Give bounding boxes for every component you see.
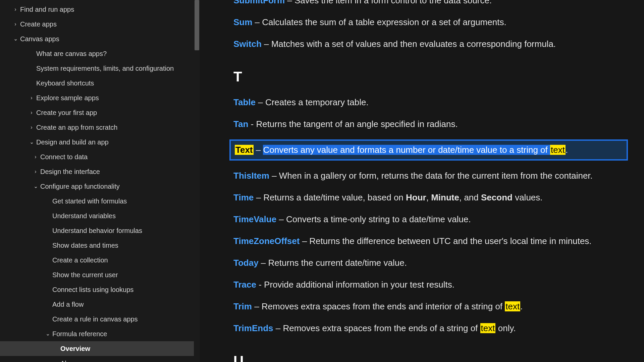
tail: . [520,301,523,311]
sidebar-item-label: Create a rule in canvas apps [52,314,138,324]
chevron-right-icon: › [28,123,35,131]
sidebar-item-canvas-apps[interactable]: ⌄Canvas apps [0,32,200,46]
highlight-text: text [550,145,566,155]
fn-link-table[interactable]: Table [233,97,256,107]
fn-desc: – When in a gallery or form, returns the… [269,171,593,181]
chevron-right-icon: › [12,20,19,28]
sidebar-item-label: Connect lists using lookups [52,285,133,295]
sidebar-item-label: Show the current user [52,270,118,280]
sidebar-item-label: Keyboard shortcuts [36,78,94,88]
sidebar-item-abs[interactable]: Abs [0,356,200,362]
fn-entry-text-selected: Text – Converts any value and formats a … [229,139,628,161]
sidebar-item-configure-app-functionality[interactable]: ⌄Configure app functionality [0,179,200,194]
sidebar-item-overview[interactable]: Overview [0,341,200,356]
tail: values. [513,192,543,202]
fn-desc: – Calculates the sum of a table expressi… [252,17,506,27]
chevron-right-icon: › [32,168,39,176]
sep: – [254,145,263,155]
sidebar-item-what-are-canvas-apps[interactable]: What are canvas apps? [0,46,200,61]
sidebar-item-label: Canvas apps [20,34,59,44]
sidebar-item-label: Add a flow [52,299,84,309]
fn-desc: – Removes extra spaces from the ends of … [273,323,480,333]
sidebar-item-show-the-current-user[interactable]: Show the current user [0,267,200,282]
sidebar-item-system-requirements-limits-and-configuration[interactable]: System requirements, limits, and configu… [0,61,200,76]
bold-second: Second [481,192,513,202]
fn-desc: - Returns the tangent of an angle specif… [248,119,458,129]
fn-link-switch[interactable]: Switch [233,39,262,49]
sidebar-item-formula-reference[interactable]: ⌄Formula reference [0,326,200,341]
sidebar-item-label: System requirements, limits, and configu… [36,63,174,73]
fn-desc: – Converts a time-only string to a date/… [276,214,471,224]
sidebar-item-keyboard-shortcuts[interactable]: Keyboard shortcuts [0,76,200,90]
doc-content: SubmitForm – Saves the item in a form co… [200,0,644,362]
sidebar-item-label: Understand variables [52,211,116,221]
tail: . [566,145,568,155]
sidebar-item-explore-sample-apps[interactable]: ›Explore sample apps [0,90,200,105]
sidebar-item-show-dates-and-times[interactable]: Show dates and times [0,238,200,253]
sidebar-item-label: Connect to data [40,152,88,162]
sidebar-item-create-your-first-app[interactable]: ›Create your first app [0,105,200,120]
chevron-down-icon: ⌄ [32,182,39,190]
fn-entry: Table – Creates a temporary table. [233,96,624,109]
fn-link-today[interactable]: Today [233,258,259,268]
sidebar-item-create-an-app-from-scratch[interactable]: ›Create an app from scratch [0,120,200,135]
chevron-right-icon: › [28,94,35,102]
fn-desc: – Creates a temporary table. [256,97,369,107]
fn-link-submitform[interactable]: SubmitForm [233,0,285,5]
tail: only. [495,323,516,333]
sidebar-item-create-apps[interactable]: ›Create apps [0,17,200,32]
sidebar-item-label: Create an app from scratch [36,122,117,132]
chevron-right-icon: › [32,153,39,161]
fn-desc: – Returns the current date/time value. [259,258,407,268]
fn-link-thisitem[interactable]: ThisItem [233,171,269,181]
fn-entry: ThisItem – When in a gallery or form, re… [233,169,624,182]
sidebar-item-connect-lists-using-lookups[interactable]: Connect lists using lookups [0,282,200,297]
fn-link-timevalue[interactable]: TimeValue [233,214,276,224]
sidebar-item-get-started-with-formulas[interactable]: Get started with formulas [0,194,200,208]
fn-link-trim[interactable]: Trim [233,301,252,311]
sidebar-item-understand-behavior-formulas[interactable]: Understand behavior formulas [0,223,200,238]
selected-text: Converts any value and formats a number … [263,145,550,155]
sidebar-item-label: Abs [60,358,72,362]
sidebar-item-add-a-flow[interactable]: Add a flow [0,297,200,312]
scrollbar-thumb[interactable] [195,0,199,50]
sidebar-item-label: Formula reference [52,329,107,339]
sidebar-item-create-a-rule-in-canvas-apps[interactable]: Create a rule in canvas apps [0,312,200,326]
fn-link-trace[interactable]: Trace [233,280,256,290]
chevron-down-icon: ⌄ [12,35,19,43]
fn-desc: – Removes extra spaces from the ends and… [252,301,505,311]
comma: , [426,192,431,202]
sidebar-item-find-and-run-apps[interactable]: ›Find and run apps [0,2,200,17]
fn-entry: TimeZoneOffset – Returns the difference … [233,235,624,248]
chevron-down-icon: ⌄ [28,138,35,146]
fn-entry: TimeValue – Converts a time-only string … [233,213,624,226]
sidebar-item-label: Explore sample apps [36,93,99,103]
sidebar-item-design-and-build-an-app[interactable]: ⌄Design and build an app [0,135,200,149]
sidebar-item-label: Create a collection [52,255,108,265]
sidebar-item-label: Understand behavior formulas [52,226,142,236]
fn-link-tan[interactable]: Tan [233,119,248,129]
sidebar-item-label: Design the interface [40,167,100,177]
sidebar-item-label: What are canvas apps? [36,49,107,59]
fn-entry: Sum – Calculates the sum of a table expr… [233,16,624,29]
nav-sidebar: ›Find and run apps›Create apps⌄Canvas ap… [0,0,200,362]
fn-desc: – Saves the item in a form control to th… [285,0,492,5]
sidebar-item-label: Configure app functionality [40,181,120,191]
scrollbar-track [194,0,200,362]
sidebar-item-label: Create apps [20,19,57,29]
fn-link-trimends[interactable]: TrimEnds [233,323,273,333]
sidebar-item-design-the-interface[interactable]: ›Design the interface [0,164,200,179]
fn-entry: Switch – Matches with a set of values an… [233,38,624,51]
fn-link-timezoneoffset[interactable]: TimeZoneOffset [233,236,300,246]
fn-desc: – Returns a date/time value, based on [254,192,406,202]
fn-entry-trim: Trim – Removes extra spaces from the end… [233,300,624,313]
sidebar-item-understand-variables[interactable]: Understand variables [0,208,200,223]
sidebar-item-create-a-collection[interactable]: Create a collection [0,253,200,267]
fn-entry-time: Time – Returns a date/time value, based … [233,191,624,204]
fn-link-text[interactable]: Text [235,145,254,155]
highlight-text: text [480,323,496,333]
fn-entry-trimends: TrimEnds – Removes extra spaces from the… [233,322,624,335]
fn-link-sum[interactable]: Sum [233,17,252,27]
sidebar-item-connect-to-data[interactable]: ›Connect to data [0,149,200,164]
fn-link-time[interactable]: Time [233,192,254,202]
